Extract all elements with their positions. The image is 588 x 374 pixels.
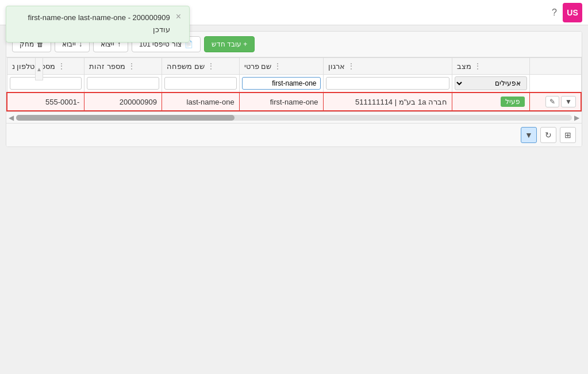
row-firstname-value: first-name-one [270,98,318,106]
layout-icon: ⊞ [564,130,571,140]
table-row: ▼ ✎ פעיל חברה 1a בע"מ | 511111114 first-… [7,92,581,111]
new-employee-button[interactable]: + עובד חדש [204,36,255,52]
row-actions-cell: ▼ ✎ [529,92,581,111]
scroll-right-arrow[interactable]: ▶ [574,114,579,122]
filter-firstname-input[interactable] [242,77,321,90]
table-wrapper: ⋮ מצב ⋮ ארגון ⋮ [6,57,582,111]
toast-message-line1: first-name-one last-name-one - 200000909 [14,12,170,24]
col-header-idnum: ⋮ מספר זהות [84,58,162,75]
row-status-cell: פעיל [452,92,530,111]
col-label-firstname: שם פרטי [244,62,272,71]
row-firstname-cell: first-name-one [239,92,323,111]
employees-table: ⋮ מצב ⋮ ארגון ⋮ [6,57,582,111]
filter-icon: ▼ [525,130,533,140]
toast-message-line2: עודכן [14,24,170,36]
top-nav: US ? משתמשים טיפסי 101 ●◯● × first-name-… [0,0,588,25]
filter-idnum-cell [84,75,162,93]
col-menu-firstname[interactable]: ⋮ [274,61,282,71]
col-label-org: ארגון [328,62,345,71]
col-menu-org[interactable]: ⋮ [347,61,355,71]
main-container: + עובד חדש 📄 צור טיפסי 101 ↑ ייצוא ↓ ייב… [0,25,588,153]
row-org-value: חברה 1a בע"מ | 511111114 [355,98,447,106]
row-dropdown-button[interactable]: ▼ [561,96,576,107]
row-phone-cell: -555-0001 [7,92,84,111]
col-header-status: ⋮ מצב [452,58,530,75]
filter-status-select[interactable]: אפעילים פעיל לא פעיל [455,76,527,90]
row-lastname-value: last-name-one [187,98,235,106]
scroll-left-arrow[interactable]: ◀ [9,114,14,122]
col-menu-idnum[interactable]: ⋮ [128,61,136,71]
filter-firstname-cell [239,75,323,93]
filter-phone-cell [7,75,84,93]
refresh-icon: ↻ [545,130,552,140]
col-menu-status[interactable]: ⋮ [474,61,482,71]
row-idnum-value: 200000909 [120,98,157,106]
filter-button[interactable]: ▼ [521,127,537,143]
col-menu-lastname[interactable]: ⋮ [207,61,215,71]
toast-content: first-name-one last-name-one - 200000909… [14,12,170,36]
filter-idnum-input[interactable] [87,77,159,90]
row-org-cell: חברה 1a בע"מ | 511111114 [323,92,452,111]
refresh-button[interactable]: ↻ [540,127,556,143]
col-label-phone: מספר טלפון נ [12,62,55,71]
status-badge: פעיל [501,97,525,107]
filter-actions-cell [529,75,581,93]
filter-org-input[interactable] [326,77,449,90]
help-button[interactable]: ? [552,7,557,18]
filter-org-cell [323,75,452,93]
row-lastname-cell: last-name-one [162,92,239,111]
toast-notification: × first-name-one last-name-one - 2000009… [6,6,190,43]
col-menu-phone[interactable]: ⋮ [57,61,66,71]
bottom-toolbar: ⊞ ↻ ▼ [6,123,582,146]
row-phone-value: -555-0001 [45,98,79,106]
col-header-actions [529,58,581,75]
filter-lastname-input[interactable] [164,77,237,90]
table-filter-row: אפעילים פעיל לא פעיל [7,75,581,93]
col-label-status: מצב [457,62,471,71]
scrollbar-thumb[interactable] [16,115,235,121]
table-header-row: ⋮ מצב ⋮ ארגון ⋮ [7,58,581,75]
col-header-firstname: ⋮ שם פרטי [239,58,323,75]
scrollbar-track[interactable] [16,115,572,121]
col-header-lastname: ⋮ שם משפחה [162,58,239,75]
scroll-up-arrow[interactable]: ▲ [36,66,42,72]
vertical-scroll-top[interactable]: ▲ [35,57,43,80]
col-label-lastname: שם משפחה [167,62,205,71]
layout-button[interactable]: ⊞ [560,127,576,143]
main-panel: + עובד חדש 📄 צור טיפסי 101 ↑ ייצוא ↓ ייב… [6,31,582,147]
row-idnum-cell: 200000909 [84,92,162,111]
toast-close-button[interactable]: × [176,12,181,21]
filter-lastname-cell [162,75,239,93]
user-avatar[interactable]: US [563,3,582,22]
col-header-phone: ⋮ מספר טלפון נ [7,58,84,75]
filter-phone-input[interactable] [10,77,82,90]
row-edit-button[interactable]: ✎ [545,96,559,107]
filter-status-cell: אפעילים פעיל לא פעיל [452,75,530,93]
horizontal-scrollbar: ▶ ◀ [6,111,582,123]
col-header-org: ⋮ ארגון [323,58,452,75]
col-label-idnum: מספר זהות [89,62,125,71]
